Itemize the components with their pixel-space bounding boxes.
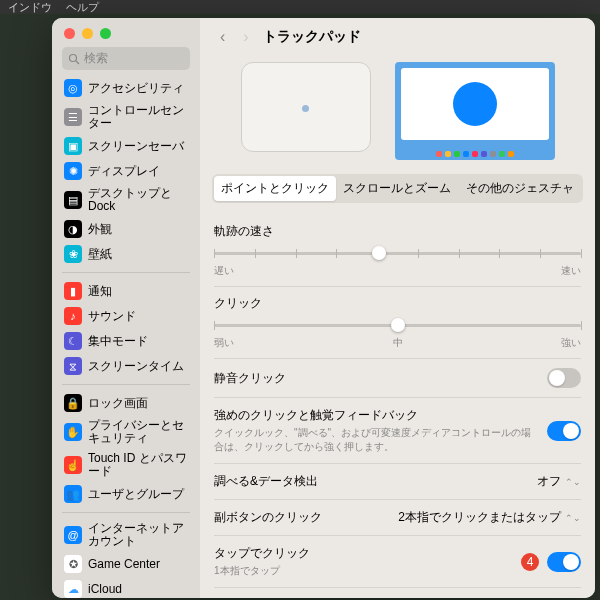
sidebar-item-label: サウンド [88, 310, 136, 323]
silent-toggle[interactable] [547, 368, 581, 388]
sidebar-item[interactable]: @インターネットアカウント [58, 519, 194, 551]
main-header: ‹ › トラックパッド [200, 18, 595, 54]
sidebar-item-label: 集中モード [88, 335, 148, 348]
step-badge: 4 [521, 553, 539, 571]
minimize-button[interactable] [82, 28, 93, 39]
sidebar-icon: ☝ [64, 456, 82, 474]
svg-line-1 [76, 61, 79, 64]
trackpad-illustration [241, 62, 371, 152]
search-icon [68, 53, 80, 65]
sidebar-item-label: プライバシーとセキュリティ [88, 419, 188, 445]
main-pane: ‹ › トラックパッド ポイントとクリック スクロールとズーム その他のジェスチ… [200, 18, 595, 598]
content: 軌跡の速さ 遅い速い クリック 弱い中強い 静音クリック 強めのクリックと [200, 203, 595, 598]
sidebar-item[interactable]: ☝Touch ID とパスワード [58, 449, 194, 481]
page-title: トラックパッド [263, 28, 361, 46]
tap-toggle[interactable] [547, 552, 581, 572]
sidebar-item[interactable]: ❀壁紙 [58, 242, 194, 266]
sidebar-item[interactable]: ☰コントロールセンター [58, 101, 194, 133]
svg-point-0 [70, 54, 77, 61]
forward-button: › [239, 28, 252, 46]
tab-gestures[interactable]: その他のジェスチャ [459, 176, 581, 201]
sidebar-icon: @ [64, 526, 82, 544]
sidebar-icon: ◑ [64, 220, 82, 238]
sidebar-item-label: Touch ID とパスワード [88, 452, 188, 478]
silent-click-row: 静音クリック [214, 359, 581, 398]
sidebar-icon: ✺ [64, 162, 82, 180]
sidebar-item-label: iCloud [88, 583, 122, 596]
sidebar-item[interactable]: 🔒ロック画面 [58, 391, 194, 415]
sidebar-icon: ❀ [64, 245, 82, 263]
click-row: クリック 弱い中強い [214, 287, 581, 359]
sidebar-item[interactable]: ◑外観 [58, 217, 194, 241]
close-button[interactable] [64, 28, 75, 39]
sidebar-item[interactable]: ☁iCloud [58, 577, 194, 598]
sidebar-item[interactable]: ☾集中モード [58, 329, 194, 353]
lookup-popup[interactable]: オフ⌃⌄ [537, 473, 581, 490]
zoom-button[interactable] [100, 28, 111, 39]
sidebar-icon: 🔒 [64, 394, 82, 412]
sidebar-item[interactable]: ✺ディスプレイ [58, 159, 194, 183]
sidebar: 検索 ◎アクセシビリティ☰コントロールセンター▣スクリーンセーバ✺ディスプレイ▤… [52, 18, 200, 598]
sidebar-icon: ✪ [64, 555, 82, 573]
sidebar-icon: ✋ [64, 423, 82, 441]
tab-bar: ポイントとクリック スクロールとズーム その他のジェスチャ [212, 174, 583, 203]
sidebar-item[interactable]: ♪サウンド [58, 304, 194, 328]
sidebar-icon: ▤ [64, 191, 82, 209]
menu-help[interactable]: ヘルプ [66, 0, 99, 14]
sidebar-item[interactable]: ◎アクセシビリティ [58, 76, 194, 100]
sidebar-item-label: スクリーンタイム [88, 360, 184, 373]
force-click-row: 強めのクリックと触覚フィードバック クイックルック、"調べる"、および可変速度メ… [214, 398, 581, 464]
search-input[interactable]: 検索 [62, 47, 190, 70]
sidebar-item[interactable]: ⧖スクリーンタイム [58, 354, 194, 378]
sidebar-item-label: デスクトップとDock [88, 187, 188, 213]
sidebar-item-label: インターネットアカウント [88, 522, 188, 548]
tracking-slider[interactable] [214, 244, 581, 262]
tracking-label: 軌跡の速さ [214, 223, 581, 240]
sidebar-icon: ⧖ [64, 357, 82, 375]
lookup-row: 調べる&データ検出 オフ⌃⌄ [214, 464, 581, 500]
sidebar-item-label: スクリーンセーバ [88, 140, 184, 153]
lookup-label: 調べる&データ検出 [214, 473, 318, 490]
tab-scroll-zoom[interactable]: スクロールとズーム [336, 176, 458, 201]
sidebar-icon: ☰ [64, 108, 82, 126]
sidebar-icon: 👥 [64, 485, 82, 503]
sidebar-icon: ▮ [64, 282, 82, 300]
back-button[interactable]: ‹ [216, 28, 229, 46]
silent-label: 静音クリック [214, 370, 286, 387]
traffic-lights [52, 18, 200, 47]
tap-label: タップでクリック [214, 545, 521, 562]
sidebar-item-label: 壁紙 [88, 248, 112, 261]
sidebar-item-label: ロック画面 [88, 397, 148, 410]
tap-sub: 1本指でタップ [214, 564, 521, 578]
settings-window: 検索 ◎アクセシビリティ☰コントロールセンター▣スクリーンセーバ✺ディスプレイ▤… [52, 18, 595, 598]
secondary-popup[interactable]: 2本指でクリックまたはタップ⌃⌄ [398, 509, 581, 526]
force-label: 強めのクリックと触覚フィードバック [214, 407, 537, 424]
sidebar-item[interactable]: ▣スクリーンセーバ [58, 134, 194, 158]
footer-buttons: Bluetooth トラックパッドを設定... ? [214, 588, 581, 598]
tab-point-click[interactable]: ポイントとクリック [214, 176, 336, 201]
sidebar-item-label: ディスプレイ [88, 165, 160, 178]
force-toggle[interactable] [547, 421, 581, 441]
sidebar-icon: ♪ [64, 307, 82, 325]
screen-illustration [395, 62, 555, 160]
sidebar-icon: ▣ [64, 137, 82, 155]
sidebar-item[interactable]: 👥ユーザとグループ [58, 482, 194, 506]
click-label: クリック [214, 295, 581, 312]
secondary-label: 副ボタンのクリック [214, 509, 322, 526]
secondary-click-row: 副ボタンのクリック 2本指でクリックまたはタップ⌃⌄ [214, 500, 581, 536]
preview-area [200, 54, 595, 174]
sidebar-icon: ☾ [64, 332, 82, 350]
sidebar-icon: ◎ [64, 79, 82, 97]
tracking-speed-row: 軌跡の速さ 遅い速い [214, 215, 581, 287]
sidebar-icon: ☁ [64, 580, 82, 598]
force-sub: クイックルック、"調べる"、および可変速度メディアコントロールの場合は、クリック… [214, 426, 537, 454]
sidebar-list[interactable]: ◎アクセシビリティ☰コントロールセンター▣スクリーンセーバ✺ディスプレイ▤デスク… [52, 76, 200, 598]
sidebar-item[interactable]: ✪Game Center [58, 552, 194, 576]
sidebar-item[interactable]: ▤デスクトップとDock [58, 184, 194, 216]
sidebar-item[interactable]: ▮通知 [58, 279, 194, 303]
sidebar-item-label: Game Center [88, 558, 160, 571]
sidebar-item[interactable]: ✋プライバシーとセキュリティ [58, 416, 194, 448]
click-slider[interactable] [214, 316, 581, 334]
menu-window[interactable]: インドウ [8, 0, 52, 14]
tap-click-row: タップでクリック 1本指でタップ 4 [214, 536, 581, 588]
